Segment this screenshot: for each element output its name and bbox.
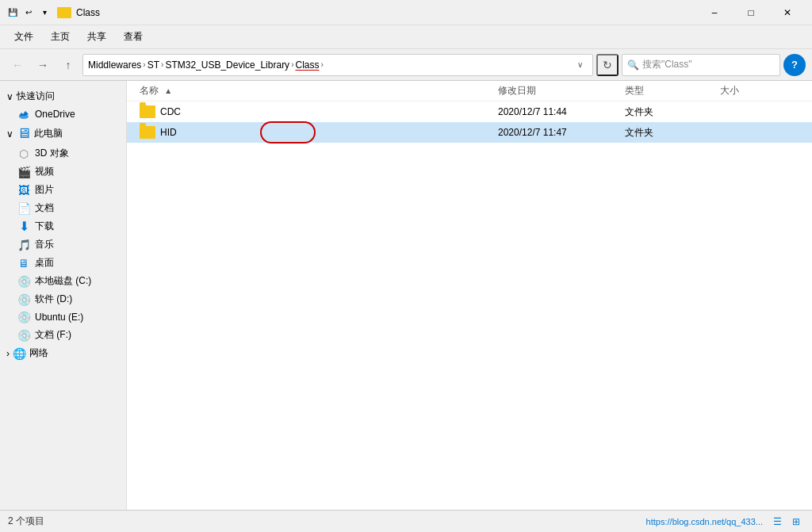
sidebar-label-music: 音乐 <box>35 238 54 251</box>
file-row-hid[interactable]: HID 2020/12/7 11:47 文件夹 <box>127 122 812 143</box>
downloads-icon: ⬇ <box>17 220 30 233</box>
sidebar-item-onedrive[interactable]: OneDrive <box>0 105 126 123</box>
sidebar-item-video[interactable]: 🎬 视频 <box>0 163 126 181</box>
svg-point-0 <box>19 114 29 119</box>
content-area: 名称 ▲ 修改日期 类型 大小 CDC 2020/12/7 11:44 文件夹 <box>127 81 812 510</box>
chevron-icon: ∨ <box>6 91 13 102</box>
sidebar-label-3d: 3D 对象 <box>35 147 69 160</box>
breadcrumb-sep-4: › <box>320 60 323 69</box>
chevron-icon-net: › <box>6 348 10 359</box>
forward-button[interactable]: → <box>32 54 54 76</box>
breadcrumb-sep-2: › <box>161 60 163 69</box>
hid-row-wrapper: HID 2020/12/7 11:47 文件夹 <box>127 122 812 143</box>
title-folder-icon <box>57 7 71 18</box>
help-button[interactable]: ? <box>783 54 806 76</box>
search-icon: 🔍 <box>627 59 639 71</box>
sidebar-label-drive-d: 软件 (D:) <box>35 293 72 306</box>
breadcrumb: Middlewares › ST › STM32_USB_Device_Libr… <box>88 59 572 71</box>
up-button[interactable]: ↑ <box>57 54 79 76</box>
title-undo-icon: ↩ <box>22 6 35 19</box>
view-list-icon[interactable]: ☰ <box>769 514 785 530</box>
breadcrumb-sep-3: › <box>291 60 293 69</box>
sidebar-item-3d[interactable]: ⬡ 3D 对象 <box>0 144 126 163</box>
sidebar-label-drive-e: Ubuntu (E:) <box>35 312 83 323</box>
title-save-icon: 💾 <box>6 6 19 19</box>
sidebar-label-drive-c: 本地磁盘 (C:) <box>35 274 91 288</box>
menu-view[interactable]: 查看 <box>116 27 151 47</box>
sidebar-item-drive-c[interactable]: 💿 本地磁盘 (C:) <box>0 272 126 290</box>
music-icon: 🎵 <box>17 239 30 251</box>
back-button[interactable]: ← <box>6 54 29 76</box>
sidebar-label-pictures: 图片 <box>35 183 54 197</box>
pc-icon: 🖥 <box>17 125 31 142</box>
col-header-type[interactable]: 类型 <box>625 84 720 98</box>
file-name-hid: HID <box>140 126 498 139</box>
refresh-button[interactable]: ↻ <box>596 54 619 76</box>
col-header-date[interactable]: 修改日期 <box>498 84 625 98</box>
sidebar-item-drive-e[interactable]: 💿 Ubuntu (E:) <box>0 308 126 326</box>
sidebar-item-drive-f[interactable]: 💿 文档 (F:) <box>0 326 126 344</box>
breadcrumb-library[interactable]: STM32_USB_Device_Library <box>165 59 289 71</box>
view-grid-icon[interactable]: ⊞ <box>788 514 804 530</box>
status-bar: 2 个项目 https://blog.csdn.net/qq_433... ☰ … <box>0 510 812 532</box>
drive-f-icon: 💿 <box>17 329 30 342</box>
sidebar-item-network[interactable]: › 🌐 网络 <box>0 344 126 362</box>
sidebar-label-drive-f: 文档 (F:) <box>35 328 71 342</box>
close-button[interactable]: ✕ <box>769 0 806 25</box>
search-placeholder: 搜索"Class" <box>642 58 692 71</box>
sidebar-label-onedrive: OneDrive <box>35 109 75 120</box>
menu-share[interactable]: 共享 <box>79 27 114 47</box>
main-area: ∨ 快速访问 OneDrive ∨ 🖥 此电脑 ⬡ 3D 对象 🎬 视频 <box>0 81 812 510</box>
folder-icon-hid <box>140 126 155 139</box>
menu-bar: 文件 主页 共享 查看 <box>0 25 812 49</box>
breadcrumb-middlewares[interactable]: Middlewares <box>88 59 141 71</box>
sidebar-quick-access[interactable]: ∨ 快速访问 <box>0 87 126 105</box>
drive-c-icon: 💿 <box>17 275 30 288</box>
column-headers: 名称 ▲ 修改日期 类型 大小 <box>127 81 812 101</box>
file-name-cdc: CDC <box>140 105 498 118</box>
sidebar-item-downloads[interactable]: ⬇ 下载 <box>0 217 126 235</box>
file-row-cdc[interactable]: CDC 2020/12/7 11:44 文件夹 <box>127 101 812 122</box>
sidebar-label-video: 视频 <box>35 165 54 178</box>
file-date-hid: 2020/12/7 11:47 <box>498 127 625 138</box>
search-bar[interactable]: 🔍 搜索"Class" <box>622 54 780 76</box>
video-icon: 🎬 <box>17 166 30 178</box>
address-dropdown-icon[interactable]: ∨ <box>572 60 588 69</box>
title-options-icon: ▾ <box>38 6 51 19</box>
sidebar-item-desktop[interactable]: 🖥 桌面 <box>0 254 126 272</box>
minimize-button[interactable]: – <box>696 0 733 25</box>
title-bar-icons: 💾 ↩ ▾ <box>6 6 51 19</box>
folder-icon-cdc <box>140 105 155 118</box>
onedrive-icon <box>17 108 30 121</box>
sidebar-label-downloads: 下载 <box>35 220 54 233</box>
desktop-icon: 🖥 <box>17 257 30 270</box>
breadcrumb-sep-1: › <box>143 60 145 69</box>
nav-bar: ← → ↑ Middlewares › ST › STM32_USB_Devic… <box>0 49 812 81</box>
pictures-icon: 🖼 <box>17 184 30 197</box>
col-header-size[interactable]: 大小 <box>720 84 799 98</box>
drive-d-icon: 💿 <box>17 293 30 306</box>
network-icon: 🌐 <box>13 347 26 360</box>
view-icons: ☰ ⊞ <box>769 514 804 530</box>
menu-home[interactable]: 主页 <box>43 27 78 47</box>
sidebar-label-network: 网络 <box>29 346 48 360</box>
sidebar-item-documents[interactable]: 📄 文档 <box>0 199 126 217</box>
sidebar-item-pictures[interactable]: 🖼 图片 <box>0 181 126 199</box>
title-bar: 💾 ↩ ▾ Class – □ ✕ <box>0 0 812 25</box>
file-type-hid: 文件夹 <box>625 126 720 140</box>
breadcrumb-st[interactable]: ST <box>147 59 159 71</box>
col-header-name[interactable]: 名称 ▲ <box>140 84 498 98</box>
menu-file[interactable]: 文件 <box>6 27 41 47</box>
drive-e-icon: 💿 <box>17 311 30 323</box>
sidebar: ∨ 快速访问 OneDrive ∨ 🖥 此电脑 ⬡ 3D 对象 🎬 视频 <box>0 81 127 510</box>
item-count: 2 个项目 <box>8 515 44 528</box>
status-right: https://blog.csdn.net/qq_433... ☰ ⊞ <box>646 514 804 530</box>
breadcrumb-class[interactable]: Class <box>295 59 319 71</box>
maximize-button[interactable]: □ <box>733 0 769 25</box>
address-bar[interactable]: Middlewares › ST › STM32_USB_Device_Libr… <box>82 54 593 76</box>
window-controls: – □ ✕ <box>696 0 806 25</box>
sort-indicator: ▲ <box>164 86 172 95</box>
sidebar-item-drive-d[interactable]: 💿 软件 (D:) <box>0 290 126 308</box>
sidebar-item-pc[interactable]: ∨ 🖥 此电脑 <box>0 123 126 144</box>
sidebar-item-music[interactable]: 🎵 音乐 <box>0 235 126 254</box>
